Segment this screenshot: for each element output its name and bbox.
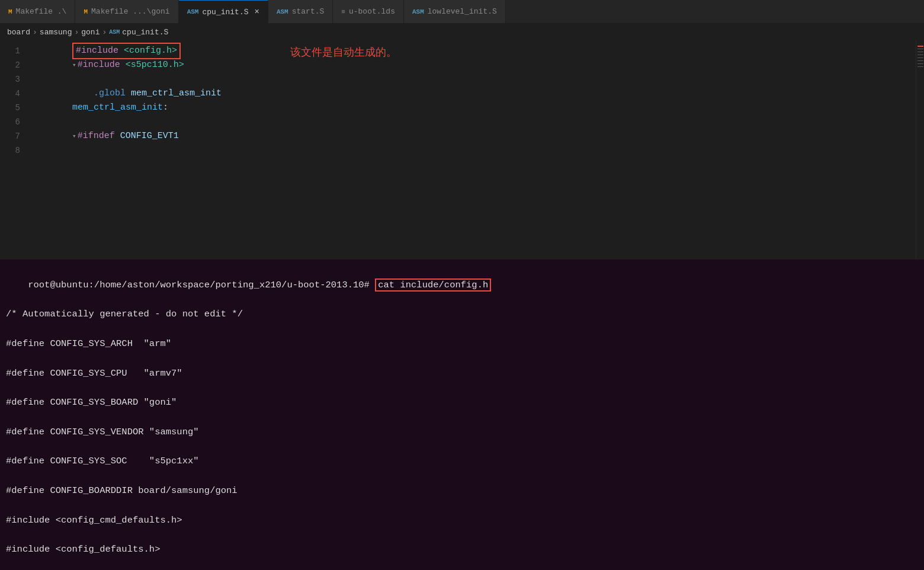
line-num-4: 4 bbox=[0, 87, 30, 101]
annotation-text: 该文件是自动生成的。 bbox=[290, 45, 397, 59]
breadcrumb: board › samsung › goni › ASM cpu_init.S bbox=[0, 24, 924, 40]
terminal-line-4: #define CONFIG_SYS_VENDOR "samsung" bbox=[6, 427, 199, 437]
editor-scrollbar[interactable] bbox=[916, 40, 924, 260]
tab-label-start: start.S bbox=[292, 7, 325, 16]
terminal-line-1: #define CONFIG_SYS_ARCH "arm" bbox=[6, 338, 171, 349]
terminal-line-3: #define CONFIG_SYS_BOARD "goni" bbox=[6, 397, 177, 408]
tab-start[interactable]: ASM start.S bbox=[268, 0, 333, 23]
tab-label-cpu-init: cpu_init.S bbox=[202, 8, 248, 17]
breadcrumb-part1: board bbox=[7, 28, 30, 37]
terminal-prompt-text: root@ubuntu:/home/aston/workspace/portin… bbox=[28, 280, 370, 290]
code-line-7: 7 ▾#ifndef CONFIG_EVT1 bbox=[0, 129, 924, 143]
breadcrumb-asm-badge: ASM bbox=[109, 29, 120, 36]
terminal-line-2: #define CONFIG_SYS_CPU "armv7" bbox=[6, 368, 182, 379]
terminal-prompt-line: root@ubuntu:/home/aston/workspace/portin… bbox=[28, 278, 491, 292]
line-num-1: 1 bbox=[0, 44, 30, 58]
line-content-7: ▾#ifndef CONFIG_EVT1 bbox=[30, 115, 179, 158]
tab-makefile1[interactable]: M Makefile .\ bbox=[0, 0, 75, 23]
line-num-3: 3 bbox=[0, 72, 30, 87]
close-icon[interactable]: × bbox=[255, 7, 259, 17]
terminal-command: cat include/config.h bbox=[375, 278, 491, 292]
breadcrumb-part3: goni bbox=[81, 28, 100, 37]
terminal-line-0: /* Automatically generated - do not edit… bbox=[6, 309, 243, 319]
line-num-6: 6 bbox=[0, 115, 30, 129]
code-line-5: 5 mem_ctrl_asm_init: bbox=[0, 101, 924, 115]
fold-arrow-7[interactable]: ▾ bbox=[72, 133, 76, 140]
code-lines: 1 #include <config.h> 2 ▾#include <s5pc1… bbox=[0, 40, 924, 260]
terminal-line-8: #include <config_defaults.h> bbox=[6, 544, 160, 555]
makefile-icon2: M bbox=[84, 8, 88, 15]
breadcrumb-sep1: › bbox=[33, 28, 37, 37]
breadcrumb-part4: cpu_init.S bbox=[122, 28, 168, 37]
terminal-line-5: #define CONFIG_SYS_SOC "s5pc1xx" bbox=[6, 456, 199, 466]
terminal-line-6: #define CONFIG_BOARDDIR board/samsung/go… bbox=[6, 485, 238, 496]
line-num-8: 8 bbox=[0, 143, 30, 158]
terminal-area[interactable]: root@ubuntu:/home/aston/workspace/portin… bbox=[0, 260, 924, 570]
tab-cpu-init[interactable]: ASM cpu_init.S × bbox=[179, 0, 268, 23]
tab-bar: M Makefile .\ M Makefile ...\goni ASM cp… bbox=[0, 0, 924, 24]
tab-makefile2[interactable]: M Makefile ...\goni bbox=[75, 0, 178, 23]
tab-lowlevel[interactable]: ASM lowlevel_init.S bbox=[404, 0, 506, 23]
breadcrumb-sep2: › bbox=[74, 28, 79, 37]
breadcrumb-sep3: › bbox=[102, 28, 107, 37]
terminal-content: root@ubuntu:/home/aston/workspace/portin… bbox=[0, 260, 924, 570]
line-num-5: 5 bbox=[0, 101, 30, 115]
terminal-line-7: #include <config_cmd_defaults.h> bbox=[6, 515, 182, 526]
tab-label-lowlevel: lowlevel_init.S bbox=[428, 7, 497, 16]
asm-icon1: ASM bbox=[187, 8, 199, 15]
makefile-icon1: M bbox=[8, 8, 12, 15]
line-num-7: 7 bbox=[0, 129, 30, 143]
fold-arrow-2[interactable]: ▾ bbox=[72, 62, 76, 69]
tab-label-uboot-lds: u-boot.lds bbox=[349, 7, 395, 16]
tab-label-makefile1: Makefile .\ bbox=[16, 7, 67, 16]
editor-area: 该文件是自动生成的。 1 #include <config.h> 2 ▾#inc… bbox=[0, 40, 924, 260]
line-num-2: 2 bbox=[0, 58, 30, 72]
menu-icon: ≡ bbox=[341, 8, 345, 15]
asm-icon2: ASM bbox=[277, 8, 288, 15]
tab-label-makefile2: Makefile ...\goni bbox=[91, 7, 170, 16]
code-line-2: 2 ▾#include <s5pc110.h> bbox=[0, 58, 924, 72]
asm-icon3: ASM bbox=[412, 8, 424, 15]
tab-uboot-lds[interactable]: ≡ u-boot.lds bbox=[333, 0, 404, 23]
breadcrumb-part2: samsung bbox=[40, 28, 72, 37]
